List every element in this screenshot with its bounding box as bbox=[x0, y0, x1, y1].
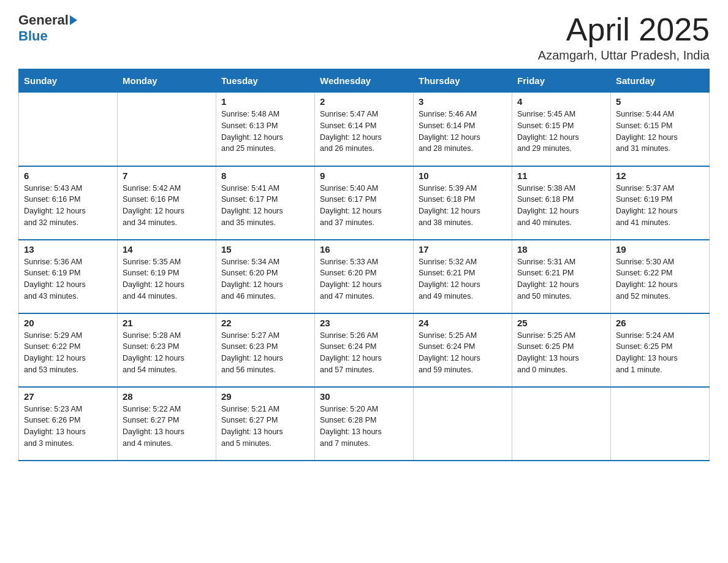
day-number: 24 bbox=[419, 318, 507, 328]
day-number: 28 bbox=[123, 391, 211, 402]
calendar-table: SundayMondayTuesdayWednesdayThursdayFrid… bbox=[18, 69, 710, 461]
location-label: Azamgarh, Uttar Pradesh, India bbox=[538, 48, 710, 63]
day-info: Sunrise: 5:34 AM Sunset: 6:20 PM Dayligh… bbox=[221, 256, 309, 302]
day-info: Sunrise: 5:25 AM Sunset: 6:24 PM Dayligh… bbox=[419, 330, 507, 376]
calendar-cell bbox=[19, 93, 118, 166]
day-number: 7 bbox=[123, 170, 211, 181]
month-title: April 2025 bbox=[538, 12, 710, 47]
day-info: Sunrise: 5:38 AM Sunset: 6:18 PM Dayligh… bbox=[517, 183, 605, 229]
calendar-cell: 17Sunrise: 5:32 AM Sunset: 6:21 PM Dayli… bbox=[414, 240, 512, 313]
calendar-cell bbox=[611, 387, 710, 461]
day-info: Sunrise: 5:40 AM Sunset: 6:17 PM Dayligh… bbox=[320, 183, 408, 229]
day-number: 2 bbox=[320, 96, 408, 107]
calendar-cell: 16Sunrise: 5:33 AM Sunset: 6:20 PM Dayli… bbox=[315, 240, 414, 313]
calendar-week-row: 1Sunrise: 5:48 AM Sunset: 6:13 PM Daylig… bbox=[19, 93, 710, 166]
calendar-cell: 27Sunrise: 5:23 AM Sunset: 6:26 PM Dayli… bbox=[19, 387, 118, 461]
calendar-week-row: 13Sunrise: 5:36 AM Sunset: 6:19 PM Dayli… bbox=[19, 240, 710, 313]
day-info: Sunrise: 5:22 AM Sunset: 6:27 PM Dayligh… bbox=[123, 404, 211, 450]
day-number: 4 bbox=[517, 96, 605, 107]
day-info: Sunrise: 5:46 AM Sunset: 6:14 PM Dayligh… bbox=[419, 109, 507, 155]
day-number: 8 bbox=[221, 170, 309, 181]
weekday-header-row: SundayMondayTuesdayWednesdayThursdayFrid… bbox=[19, 69, 710, 93]
day-number: 11 bbox=[517, 170, 605, 181]
day-info: Sunrise: 5:20 AM Sunset: 6:28 PM Dayligh… bbox=[320, 404, 408, 450]
calendar-cell: 19Sunrise: 5:30 AM Sunset: 6:22 PM Dayli… bbox=[611, 240, 710, 313]
day-info: Sunrise: 5:28 AM Sunset: 6:23 PM Dayligh… bbox=[123, 330, 211, 376]
day-number: 22 bbox=[221, 318, 309, 328]
page-header: General Blue April 2025 Azamgarh, Uttar … bbox=[18, 12, 710, 63]
calendar-cell: 14Sunrise: 5:35 AM Sunset: 6:19 PM Dayli… bbox=[118, 240, 216, 313]
calendar-cell: 8Sunrise: 5:41 AM Sunset: 6:17 PM Daylig… bbox=[216, 166, 315, 240]
day-number: 20 bbox=[24, 318, 112, 328]
day-info: Sunrise: 5:33 AM Sunset: 6:20 PM Dayligh… bbox=[320, 256, 408, 302]
day-info: Sunrise: 5:29 AM Sunset: 6:22 PM Dayligh… bbox=[24, 330, 112, 376]
weekday-header-saturday: Saturday bbox=[611, 69, 710, 93]
calendar-cell: 7Sunrise: 5:42 AM Sunset: 6:16 PM Daylig… bbox=[118, 166, 216, 240]
day-info: Sunrise: 5:32 AM Sunset: 6:21 PM Dayligh… bbox=[419, 256, 507, 302]
day-info: Sunrise: 5:39 AM Sunset: 6:18 PM Dayligh… bbox=[419, 183, 507, 229]
day-info: Sunrise: 5:48 AM Sunset: 6:13 PM Dayligh… bbox=[221, 109, 309, 155]
day-info: Sunrise: 5:42 AM Sunset: 6:16 PM Dayligh… bbox=[123, 183, 211, 229]
day-number: 27 bbox=[24, 391, 112, 402]
weekday-header-tuesday: Tuesday bbox=[216, 69, 315, 93]
calendar-cell: 3Sunrise: 5:46 AM Sunset: 6:14 PM Daylig… bbox=[414, 93, 512, 166]
logo: General Blue bbox=[18, 12, 77, 44]
calendar-cell bbox=[118, 93, 216, 166]
day-number: 26 bbox=[616, 318, 704, 328]
calendar-cell: 21Sunrise: 5:28 AM Sunset: 6:23 PM Dayli… bbox=[118, 313, 216, 387]
day-info: Sunrise: 5:27 AM Sunset: 6:23 PM Dayligh… bbox=[221, 330, 309, 376]
calendar-cell bbox=[414, 387, 512, 461]
calendar-cell: 12Sunrise: 5:37 AM Sunset: 6:19 PM Dayli… bbox=[611, 166, 710, 240]
calendar-cell: 10Sunrise: 5:39 AM Sunset: 6:18 PM Dayli… bbox=[414, 166, 512, 240]
day-number: 19 bbox=[616, 244, 704, 255]
title-block: April 2025 Azamgarh, Uttar Pradesh, Indi… bbox=[538, 12, 710, 63]
day-info: Sunrise: 5:21 AM Sunset: 6:27 PM Dayligh… bbox=[221, 404, 309, 450]
day-info: Sunrise: 5:31 AM Sunset: 6:21 PM Dayligh… bbox=[517, 256, 605, 302]
day-number: 3 bbox=[419, 96, 507, 107]
calendar-week-row: 27Sunrise: 5:23 AM Sunset: 6:26 PM Dayli… bbox=[19, 387, 710, 461]
calendar-cell: 20Sunrise: 5:29 AM Sunset: 6:22 PM Dayli… bbox=[19, 313, 118, 387]
calendar-cell: 18Sunrise: 5:31 AM Sunset: 6:21 PM Dayli… bbox=[512, 240, 611, 313]
day-info: Sunrise: 5:45 AM Sunset: 6:15 PM Dayligh… bbox=[517, 109, 605, 155]
day-info: Sunrise: 5:37 AM Sunset: 6:19 PM Dayligh… bbox=[616, 183, 704, 229]
calendar-cell: 2Sunrise: 5:47 AM Sunset: 6:14 PM Daylig… bbox=[315, 93, 414, 166]
calendar-cell: 13Sunrise: 5:36 AM Sunset: 6:19 PM Dayli… bbox=[19, 240, 118, 313]
calendar-cell: 25Sunrise: 5:25 AM Sunset: 6:25 PM Dayli… bbox=[512, 313, 611, 387]
day-info: Sunrise: 5:43 AM Sunset: 6:16 PM Dayligh… bbox=[24, 183, 112, 229]
day-number: 16 bbox=[320, 244, 408, 255]
day-number: 14 bbox=[123, 244, 211, 255]
calendar-cell: 1Sunrise: 5:48 AM Sunset: 6:13 PM Daylig… bbox=[216, 93, 315, 166]
day-number: 29 bbox=[221, 391, 309, 402]
day-number: 21 bbox=[123, 318, 211, 328]
calendar-cell: 22Sunrise: 5:27 AM Sunset: 6:23 PM Dayli… bbox=[216, 313, 315, 387]
day-number: 30 bbox=[320, 391, 408, 402]
weekday-header-thursday: Thursday bbox=[414, 69, 512, 93]
day-number: 25 bbox=[517, 318, 605, 328]
day-info: Sunrise: 5:24 AM Sunset: 6:25 PM Dayligh… bbox=[616, 330, 704, 376]
calendar-cell: 9Sunrise: 5:40 AM Sunset: 6:17 PM Daylig… bbox=[315, 166, 414, 240]
calendar-cell: 28Sunrise: 5:22 AM Sunset: 6:27 PM Dayli… bbox=[118, 387, 216, 461]
calendar-cell: 24Sunrise: 5:25 AM Sunset: 6:24 PM Dayli… bbox=[414, 313, 512, 387]
weekday-header-wednesday: Wednesday bbox=[315, 69, 414, 93]
day-info: Sunrise: 5:23 AM Sunset: 6:26 PM Dayligh… bbox=[24, 404, 112, 450]
day-number: 23 bbox=[320, 318, 408, 328]
day-number: 12 bbox=[616, 170, 704, 181]
calendar-cell: 11Sunrise: 5:38 AM Sunset: 6:18 PM Dayli… bbox=[512, 166, 611, 240]
calendar-week-row: 20Sunrise: 5:29 AM Sunset: 6:22 PM Dayli… bbox=[19, 313, 710, 387]
calendar-cell: 29Sunrise: 5:21 AM Sunset: 6:27 PM Dayli… bbox=[216, 387, 315, 461]
weekday-header-monday: Monday bbox=[118, 69, 216, 93]
weekday-header-friday: Friday bbox=[512, 69, 611, 93]
logo-arrow-icon bbox=[70, 15, 77, 25]
day-info: Sunrise: 5:36 AM Sunset: 6:19 PM Dayligh… bbox=[24, 256, 112, 302]
logo-general: General bbox=[18, 12, 69, 28]
calendar-cell: 15Sunrise: 5:34 AM Sunset: 6:20 PM Dayli… bbox=[216, 240, 315, 313]
calendar-week-row: 6Sunrise: 5:43 AM Sunset: 6:16 PM Daylig… bbox=[19, 166, 710, 240]
day-info: Sunrise: 5:35 AM Sunset: 6:19 PM Dayligh… bbox=[123, 256, 211, 302]
calendar-cell: 30Sunrise: 5:20 AM Sunset: 6:28 PM Dayli… bbox=[315, 387, 414, 461]
day-number: 17 bbox=[419, 244, 507, 255]
calendar-cell: 4Sunrise: 5:45 AM Sunset: 6:15 PM Daylig… bbox=[512, 93, 611, 166]
logo-blue: Blue bbox=[18, 28, 48, 44]
calendar-cell: 5Sunrise: 5:44 AM Sunset: 6:15 PM Daylig… bbox=[611, 93, 710, 166]
day-number: 18 bbox=[517, 244, 605, 255]
calendar-cell: 23Sunrise: 5:26 AM Sunset: 6:24 PM Dayli… bbox=[315, 313, 414, 387]
